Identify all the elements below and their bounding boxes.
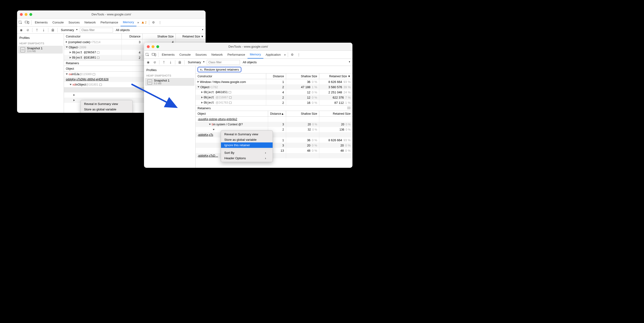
view-mode-select[interactable]: Summary — [186, 60, 205, 65]
devtools-tabbar: Elements Console Sources Network Perform… — [144, 51, 352, 59]
close-icon[interactable] — [20, 13, 23, 16]
col-retained-size[interactable]: Retained Size — [319, 111, 352, 116]
tab-memory[interactable]: Memory — [120, 19, 136, 26]
scope-select[interactable]: All objects — [114, 28, 204, 32]
close-icon[interactable] — [147, 45, 150, 48]
menu-reveal-summary[interactable]: Reveal in Summary view — [81, 101, 132, 107]
snapshot-file-icon — [20, 47, 25, 52]
scope-select[interactable]: All objects — [241, 60, 351, 65]
traffic-lights — [17, 13, 32, 16]
warnings-badge[interactable]: 2 — [140, 21, 148, 24]
minimize-icon[interactable] — [152, 45, 154, 48]
retainer-row[interactable]: 13480 %480 % — [196, 148, 352, 153]
snapshot-item[interactable]: Snapshot 1 13.6 MB — [18, 46, 63, 54]
devtools-tabbar: Elements Console Sources Network Perform… — [17, 19, 206, 27]
memory-toolbar: ◉ ⊘ ⭱ ⭳ Summary All objects — [17, 27, 206, 34]
download-icon[interactable]: ⭳ — [168, 60, 173, 65]
col-distance[interactable]: Distance — [266, 74, 286, 79]
constructor-row[interactable]: Window / https://www.google.com 1 360 % … — [196, 79, 352, 84]
zoom-icon[interactable] — [156, 45, 159, 48]
gear-icon[interactable]: ⚙ — [150, 20, 157, 25]
svg-rect-1 — [25, 21, 28, 23]
restore-ignored-retainers-button[interactable]: ≡ₓ Restore ignored retainers — [198, 67, 241, 72]
col-distance[interactable]: Distance▲ — [268, 111, 286, 116]
retainer-row[interactable]: b in system / Context @?3200 %200 % — [196, 122, 352, 127]
menu-icon[interactable] — [347, 107, 350, 109]
menu-header-options[interactable]: Header Options› — [221, 155, 272, 161]
snapshot-item[interactable]: Snapshot 1 9.3 MB — [145, 78, 194, 86]
col-constructor[interactable]: Constructor — [64, 34, 122, 39]
constructor-row[interactable]: Object @241763 2 160 % 87 1121 % — [196, 100, 352, 105]
tab-elements[interactable]: Elements — [32, 19, 50, 26]
col-shallow-size[interactable]: Shallow Size — [142, 34, 176, 39]
warning-count: 2 — [145, 21, 146, 24]
retainer-link-row[interactable]: ,quugKe,sisbne,uttunu,enbriijs2 — [196, 117, 352, 122]
retainer-link-row[interactable]: ,qddgKe,sTsD… — [196, 153, 352, 158]
retainers-grid-header: Object Distance▲ Shallow Size Retained S… — [196, 111, 352, 117]
col-object[interactable]: Object — [196, 111, 268, 116]
tabs-overflow[interactable]: » — [283, 51, 286, 59]
kebab-icon[interactable]: ⋮ — [296, 52, 302, 58]
class-filter-input[interactable] — [80, 28, 113, 33]
menu-store-global[interactable]: Store as global variable — [221, 137, 272, 142]
gear-icon[interactable]: ⚙ — [289, 52, 296, 58]
tab-sources[interactable]: Sources — [193, 51, 209, 59]
restore-label: Restore ignored retainers — [204, 68, 239, 71]
tab-sources[interactable]: Sources — [66, 19, 82, 26]
tab-memory[interactable]: Memory — [248, 51, 264, 59]
view-mode-select[interactable]: Summary — [60, 28, 78, 32]
kebab-icon[interactable]: ⋮ — [157, 20, 164, 25]
upload-icon[interactable]: ⭱ — [161, 60, 166, 65]
upload-icon[interactable]: ⭱ — [34, 28, 40, 33]
retainer-link-row[interactable]: ,qddgKe,sTs — [196, 132, 352, 137]
clear-icon[interactable]: ⊘ — [25, 28, 30, 33]
tab-console[interactable]: Console — [177, 51, 193, 59]
heap-snapshots-heading: HEAP SNAPSHOTS — [144, 73, 196, 78]
tab-elements[interactable]: Elements — [160, 51, 177, 59]
col-constructor[interactable]: Constructor — [196, 74, 266, 79]
col-distance[interactable]: Distance — [122, 34, 142, 39]
zoom-icon[interactable] — [29, 13, 32, 16]
record-icon[interactable]: ◉ — [146, 60, 151, 65]
inspect-icon[interactable] — [17, 20, 24, 25]
record-icon[interactable]: ◉ — [18, 28, 24, 33]
tab-network[interactable]: Network — [82, 19, 98, 26]
col-retained-size[interactable]: Retained Size ▼ — [176, 34, 206, 39]
tab-performance[interactable]: Performance — [225, 51, 247, 59]
svg-rect-2 — [28, 22, 29, 24]
constructor-row[interactable]: Object @216867 2 120 % 622 3767 % — [196, 95, 352, 100]
constructor-row[interactable]: Object ×1782 2 47 1881 % 3 580 57639 % — [196, 84, 352, 90]
col-shallow-size[interactable]: Shallow Size — [286, 74, 319, 79]
menu-sort-by[interactable]: Sort By› — [221, 150, 272, 155]
svg-rect-5 — [155, 54, 156, 56]
col-retained-size[interactable]: Retained Size ▼ — [319, 74, 352, 79]
download-icon[interactable]: ⭳ — [41, 28, 46, 33]
inspect-icon[interactable] — [144, 52, 151, 58]
heap-snapshots-heading: HEAP SNAPSHOTS — [17, 41, 64, 45]
tab-network[interactable]: Network — [209, 51, 225, 59]
retainer-row[interactable]: 1360 %8 626 66493 % — [196, 137, 352, 143]
device-icon[interactable] — [24, 20, 30, 25]
context-menu: Reveal in Summary view Store as global v… — [221, 130, 273, 162]
tab-console[interactable]: Console — [50, 19, 66, 26]
titlebar[interactable]: DevTools - www.google.com/ — [144, 43, 352, 51]
menu-ignore-retainer[interactable]: Ignore this retainer — [221, 142, 272, 148]
minimize-icon[interactable] — [25, 13, 28, 16]
menu-store-global[interactable]: Store as global variable — [81, 107, 132, 112]
gc-icon[interactable] — [50, 28, 56, 33]
gc-icon[interactable] — [177, 60, 182, 65]
titlebar[interactable]: DevTools - www.google.com/ — [17, 11, 206, 19]
retainer-row[interactable]: 3200 %200 % — [196, 143, 352, 148]
snapshot-name: Snapshot 1 — [27, 47, 43, 50]
class-filter-input[interactable] — [207, 60, 240, 65]
retainer-row[interactable]: 2320 %1360 % — [196, 127, 352, 132]
tabs-overflow[interactable]: » — [136, 19, 140, 26]
menu-reveal-summary[interactable]: Reveal in Summary view — [221, 132, 272, 137]
device-icon[interactable] — [151, 52, 157, 58]
memory-toolbar: ◉ ⊘ ⭱ ⭳ Summary All objects — [144, 59, 352, 66]
constructor-row[interactable]: Object @461651 4 120 % 2 251 04824 % — [196, 90, 352, 95]
tab-application[interactable]: Application — [264, 51, 283, 59]
tab-performance[interactable]: Performance — [98, 19, 120, 26]
clear-icon[interactable]: ⊘ — [152, 60, 157, 65]
col-shallow-size[interactable]: Shallow Size — [286, 111, 319, 116]
